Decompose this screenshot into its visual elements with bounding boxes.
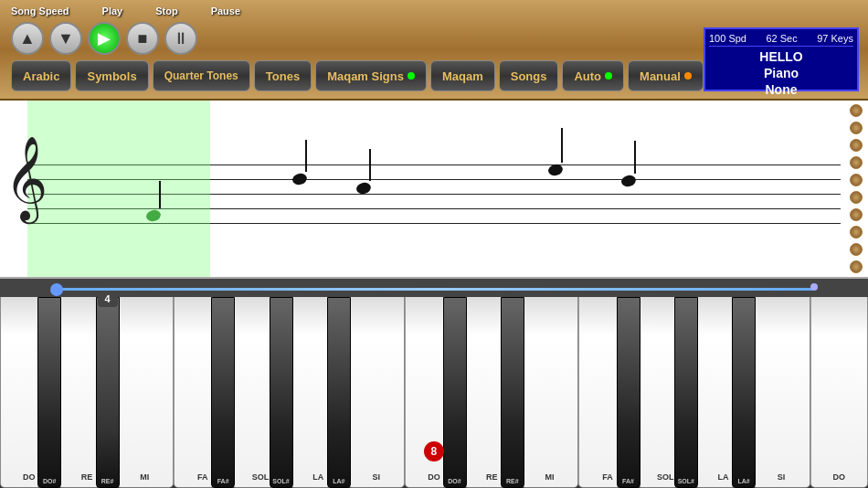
white-key-13[interactable]: SI (752, 297, 810, 488)
black-key-label-0: DO# (43, 478, 56, 484)
white-key-2[interactable]: MI (116, 297, 174, 488)
info-line3: None (766, 81, 798, 98)
tones-label: Tones (266, 69, 300, 83)
black-key-label-6: RE# (506, 478, 519, 484)
speed-stat: 100 Spd (709, 33, 746, 44)
note-3 (356, 181, 371, 197)
white-key-label-13: SI (778, 472, 786, 482)
white-key-label-9: MI (545, 472, 555, 482)
manual-label: Manual (640, 69, 681, 83)
black-key-label-1: RE# (101, 478, 114, 484)
white-key-label-1: RE (81, 472, 93, 482)
note-stem-5 (634, 141, 636, 174)
sheet-area: 𝄞 (0, 101, 868, 279)
quarter-tones-button[interactable]: Quarter Tones (153, 60, 250, 91)
black-key-label-4: LA# (333, 478, 344, 484)
right-scrollbar[interactable] (848, 101, 868, 277)
green-highlight (27, 101, 210, 277)
scroll-dot-7[interactable] (850, 208, 863, 221)
black-key-3[interactable]: SOL# (270, 297, 293, 488)
symbols-button[interactable]: Symbols (75, 60, 148, 91)
note-stem-4 (561, 128, 563, 163)
scroll-dot-10[interactable] (850, 260, 863, 273)
auto-button[interactable]: Auto (562, 60, 624, 91)
info-box: 100 Spd 62 Sec 97 Keys HELLO Piano None (704, 27, 859, 91)
white-key-6[interactable]: SI (347, 297, 405, 488)
maqam-signs-label: Maqam Signs (327, 69, 404, 83)
note-4 (548, 163, 563, 179)
black-key-8[interactable]: SOL# (674, 297, 698, 488)
black-key-4[interactable]: LA# (327, 297, 351, 488)
note-stem-3 (369, 149, 371, 181)
scroll-dot-3[interactable] (850, 139, 863, 152)
toolbar-labels: Song Speed Play Stop Pause (4, 2, 864, 20)
white-key-label-2: MI (140, 472, 149, 482)
songs-button[interactable]: Songs (499, 60, 559, 91)
scroll-dot-5[interactable] (850, 174, 863, 186)
black-key-label-7: FA# (622, 478, 634, 484)
white-key-label-3: FA (197, 472, 208, 482)
pause-button[interactable]: ⏸ (164, 22, 197, 55)
black-key-1[interactable]: RE#4 (96, 297, 120, 488)
scroll-dot-2[interactable] (850, 122, 863, 134)
maqam-button[interactable]: Maqam (430, 60, 495, 91)
piano-wrapper: DOREMIFASOLLASIDO8REMIFASOLLASIDO DO#RE#… (0, 297, 868, 488)
scroll-dot-8[interactable] (850, 226, 863, 239)
note-head-5 (620, 174, 638, 188)
black-key-7[interactable]: FA# (617, 297, 640, 488)
maqam-signs-button[interactable]: Maqam Signs (315, 60, 427, 91)
piano-top-bar (0, 279, 868, 297)
note-stem-1 (159, 181, 161, 208)
scroll-dot-9[interactable] (850, 243, 863, 256)
white-key-9[interactable]: MI (521, 297, 578, 488)
black-key-6[interactable]: RE# (501, 297, 524, 488)
manual-dot (684, 72, 692, 80)
info-line2: Piano (764, 65, 799, 81)
stop-button[interactable]: ■ (126, 22, 159, 55)
info-stats: 100 Spd 62 Sec 97 Keys (709, 33, 853, 47)
arabic-button[interactable]: Arabic (11, 60, 71, 91)
scroll-dot-6[interactable] (850, 191, 863, 204)
arabic-label: Arabic (23, 69, 59, 83)
scroll-down-button[interactable]: ▼ (49, 22, 82, 55)
position-dot-left (50, 283, 63, 296)
note-5 (621, 174, 636, 190)
position-dot-right (810, 283, 818, 291)
manual-button[interactable]: Manual (628, 60, 704, 91)
note-head-green (145, 208, 163, 223)
auto-label: Auto (574, 69, 601, 83)
position-line (55, 288, 813, 291)
maqam-signs-dot (408, 72, 415, 80)
black-key-label-3: SOL# (272, 478, 289, 484)
white-key-label-0: DO (23, 472, 36, 482)
white-key-label-10: FA (602, 472, 613, 482)
label-pause: Pause (211, 5, 240, 16)
key-number-badge: 4 (98, 291, 118, 307)
note-stem-2 (305, 140, 307, 172)
white-key-label-4: SOL (252, 472, 270, 482)
play-button[interactable]: ▶ (88, 22, 121, 55)
white-key-label-8: RE (486, 472, 498, 482)
scroll-dot-4[interactable] (850, 156, 863, 169)
black-key-label-2: FA# (217, 478, 229, 484)
tones-button[interactable]: Tones (254, 60, 312, 91)
black-key-9[interactable]: LA# (732, 297, 756, 488)
keys-stat: 97 Keys (817, 33, 853, 44)
note-number-badge: 8 (424, 441, 444, 461)
scroll-up-button[interactable]: ▲ (11, 22, 44, 55)
scroll-dot-1[interactable] (850, 104, 863, 117)
white-key-14[interactable]: DO (810, 297, 868, 488)
treble-clef: 𝄞 (5, 142, 48, 215)
black-key-5[interactable]: DO# (443, 297, 467, 488)
white-key-label-12: LA (718, 472, 729, 482)
white-key-label-7: DO (428, 472, 440, 482)
black-key-0[interactable]: DO# (37, 297, 61, 488)
white-key-label-5: LA (312, 472, 323, 482)
note-head-2 (291, 172, 309, 186)
symbols-label: Symbols (87, 69, 136, 83)
info-line1: HELLO (759, 48, 802, 65)
black-key-2[interactable]: FA# (211, 297, 235, 488)
songs-label: Songs (511, 69, 547, 83)
label-song-speed: Song Speed (11, 5, 69, 16)
quarter-tones-label: Quarter Tones (164, 69, 238, 82)
